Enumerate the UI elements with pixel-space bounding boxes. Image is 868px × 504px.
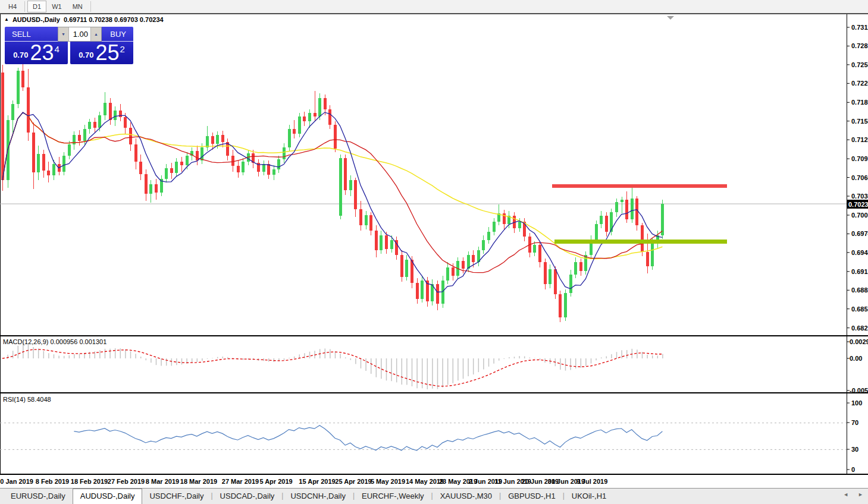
symbol-marker-icon: ▲ [4,17,9,22]
sell-button[interactable]: SELL [5,30,38,39]
svg-text:0.70050: 0.70050 [851,212,868,219]
one-click-trading-panel: SELL 0.70 23 4 BUY 0.70 25 2 ▼ ▲ [5,27,133,64]
macd-histogram [3,343,663,389]
rsi-levels [0,423,847,450]
svg-text:18 Mar 2019: 18 Mar 2019 [180,478,217,485]
resistance-line [552,184,727,188]
svg-text:27 Feb 2019: 27 Feb 2019 [108,478,145,485]
svg-text:30: 30 [851,446,858,453]
macd-label: MACD(12,26,9) 0.000956 0.001301 [3,338,106,345]
symbol-tab-xauusd[interactable]: XAUUSD-,M30 [433,489,499,504]
svg-text:0.71280: 0.71280 [851,136,868,143]
svg-text:0.72810: 0.72810 [851,42,868,49]
svg-text:30 Jan 2019: 30 Jan 2019 [0,478,33,485]
svg-text:9 Jul 2019: 9 Jul 2019 [576,478,608,485]
sell-price-sup: 4 [55,44,59,54]
buy-price-big: 25 [95,43,119,63]
volume-decrease-button[interactable]: ▼ [58,27,68,41]
sell-price[interactable]: 0.70 23 4 [5,42,68,65]
tabs-scroll-right-icon[interactable]: ► [858,492,863,497]
support-line [554,240,727,244]
buy-button[interactable]: BUY [103,30,133,39]
chart-shift-marker-icon [667,16,674,20]
svg-text:0.72200: 0.72200 [851,80,868,87]
svg-text:25 Apr 2019: 25 Apr 2019 [335,478,371,485]
svg-text:0.70234: 0.70234 [848,201,868,208]
chart-graphics[interactable]: 0.731150.728100.725050.722000.718900.715… [0,0,868,504]
buy-price[interactable]: 0.70 25 2 [70,42,133,65]
candles-layer [1,64,664,322]
rsi-line [74,426,662,451]
svg-text:5 May 2019: 5 May 2019 [371,478,405,485]
svg-text:0.71585: 0.71585 [851,118,868,125]
svg-text:0.68210: 0.68210 [851,325,868,332]
svg-text:15 Apr 2019: 15 Apr 2019 [299,478,335,485]
svg-text:0.69745: 0.69745 [851,230,868,237]
sell-price-small: 0.70 [13,51,28,59]
tab-scroll-arrows: ◄ ► [843,492,863,497]
symbol-tab-ukoil[interactable]: UKOil-,H1 [565,489,614,504]
svg-text:0.70360: 0.70360 [851,193,868,200]
svg-text:0.00: 0.00 [850,355,862,362]
tabs-scroll-left-icon[interactable]: ◄ [843,492,848,497]
macd-signal-line [2,349,662,386]
svg-text:0.68825: 0.68825 [851,286,868,294]
svg-text:0.71890: 0.71890 [851,99,868,106]
date-axis: 30 Jan 20198 Feb 201918 Feb 201927 Feb 2… [0,478,607,485]
svg-text:0.002984: 0.002984 [850,338,868,345]
symbol-tab-usdcad[interactable]: USDCAD-,Daily [213,489,282,504]
symbol-tab-usdchf[interactable]: USDCHF-,Daily [142,489,211,504]
rsi-axis: 10070300 [847,399,862,473]
current-price-badge: 0.70234 [847,200,868,209]
svg-text:0.73115: 0.73115 [851,24,868,31]
symbol-name: AUDUSD-,Daily [12,16,60,23]
svg-text:0.70665: 0.70665 [851,174,868,181]
price-axis: 0.731150.728100.725050.722000.718900.715… [847,24,868,332]
symbol-tab-audusd[interactable]: AUDUSD-,Daily [73,489,143,504]
svg-text:8 Mar 2019: 8 Mar 2019 [146,478,179,485]
volume-input[interactable] [68,27,91,41]
symbol-tab-bar: EURUSD-,DailyAUDUSD-,DailyUSDCHF-,Daily|… [0,488,868,504]
volume-spinner: ▼ ▲ [58,27,102,42]
chart-title: ▲ AUDUSD-,Daily 0.69711 0.70238 0.69703 … [4,16,164,23]
svg-text:0.69130: 0.69130 [851,268,868,275]
svg-text:18 Feb 2019: 18 Feb 2019 [71,478,108,485]
svg-text:-0.005250: -0.005250 [850,387,868,394]
svg-text:5 Apr 2019: 5 Apr 2019 [259,478,292,485]
moving-averages-layer [2,112,662,292]
svg-text:0.72505: 0.72505 [851,61,868,68]
buy-price-sup: 2 [120,44,125,54]
symbol-tab-gbpusd[interactable]: GBPUSD-,H1 [501,489,562,504]
terminal-window: H4D1W1MN 0.731150.728100.725050.722000.7… [0,0,868,504]
symbol-tab-eurusd[interactable]: EURUSD-,Daily [4,489,73,504]
rsi-label: RSI(14) 58.4048 [3,396,51,403]
ohlc-values: 0.69711 0.70238 0.69703 0.70234 [64,16,164,23]
svg-text:70: 70 [851,419,858,426]
svg-text:0.68520: 0.68520 [851,305,868,313]
svg-text:100: 100 [851,399,862,407]
sell-price-big: 23 [30,43,54,63]
symbol-tab-eurchf[interactable]: EURCHF-,Weekly [355,489,431,504]
svg-text:27 Mar 2019: 27 Mar 2019 [222,478,259,485]
svg-text:0: 0 [851,466,855,473]
macd-axis: 0.0029840.00-0.005250 [847,338,868,394]
volume-increase-button[interactable]: ▲ [91,27,101,41]
svg-text:0.70970: 0.70970 [851,155,868,162]
symbol-tab-usdcnh[interactable]: USDCNH-,Daily [283,489,352,504]
svg-text:14 May 2019: 14 May 2019 [406,478,444,485]
svg-text:0.69440: 0.69440 [851,249,868,256]
svg-text:8 Feb 2019: 8 Feb 2019 [36,478,69,485]
buy-price-small: 0.70 [79,51,93,59]
chart-frame [0,14,868,475]
